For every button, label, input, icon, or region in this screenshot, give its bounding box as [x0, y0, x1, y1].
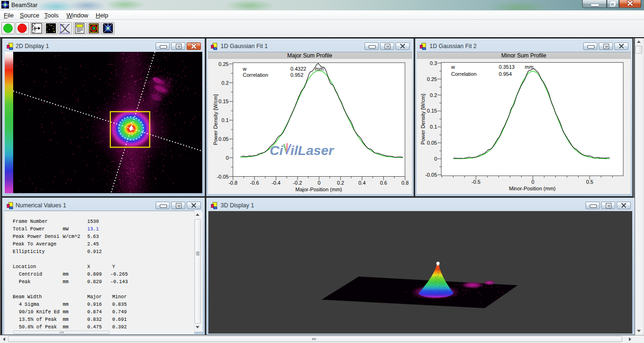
- svg-text:-0.05: -0.05: [425, 172, 437, 178]
- svg-text:-0.05: -0.05: [217, 174, 229, 180]
- svg-text:mm: mm: [315, 66, 323, 72]
- svg-text:-0.6: -0.6: [250, 180, 259, 186]
- svg-text:w: w: [242, 66, 247, 72]
- svg-text:-0.2: -0.2: [293, 180, 302, 186]
- svg-text:0.1: 0.1: [222, 117, 229, 123]
- svg-text:0: 0: [318, 180, 321, 186]
- svg-text:0.05: 0.05: [219, 136, 229, 142]
- svg-text:0.6: 0.6: [380, 180, 387, 186]
- svg-text:0.05: 0.05: [427, 140, 437, 146]
- svg-text:0: 0: [434, 156, 437, 162]
- svg-text:Major-Position (mm): Major-Position (mm): [295, 187, 342, 192]
- svg-text:-0.5: -0.5: [471, 179, 480, 185]
- svg-text:0.952: 0.952: [290, 72, 304, 78]
- svg-text:0.15: 0.15: [219, 98, 229, 104]
- svg-text:mm: mm: [525, 64, 533, 70]
- svg-text:0.3513: 0.3513: [499, 64, 515, 70]
- svg-text:0.15: 0.15: [427, 108, 437, 114]
- svg-text:ilLaser: ilLaser: [290, 143, 335, 158]
- svg-text:0.954: 0.954: [499, 71, 512, 77]
- svg-text:0.5: 0.5: [586, 179, 593, 185]
- svg-text:0.2: 0.2: [222, 80, 229, 86]
- svg-text:MT: MT: [61, 24, 65, 26]
- svg-text:0.8: 0.8: [402, 180, 409, 186]
- svg-text:0: 0: [226, 155, 229, 161]
- svg-text:0.2: 0.2: [430, 92, 437, 98]
- svg-text:0.25: 0.25: [219, 61, 229, 67]
- svg-text:0.1: 0.1: [430, 124, 437, 130]
- svg-text:Power Density [W/cm]: Power Density [W/cm]: [213, 94, 218, 145]
- svg-text:Correlation: Correlation: [243, 72, 268, 78]
- svg-text:Power Density [W/cm]: Power Density [W/cm]: [420, 94, 426, 145]
- svg-text:Correlation: Correlation: [451, 71, 477, 77]
- svg-text:0.2: 0.2: [337, 180, 344, 186]
- svg-text:w: w: [451, 64, 455, 70]
- svg-text:0.3: 0.3: [430, 60, 437, 66]
- svg-text:0: 0: [531, 179, 534, 185]
- svg-text:0.4: 0.4: [358, 180, 365, 186]
- svg-text:0.25: 0.25: [427, 76, 437, 82]
- svg-text:-0.8: -0.8: [229, 180, 238, 186]
- svg-text:0.4322: 0.4322: [290, 66, 306, 72]
- svg-text:Minor-Position (mm): Minor-Position (mm): [509, 186, 555, 191]
- svg-text:-0.4: -0.4: [272, 180, 281, 186]
